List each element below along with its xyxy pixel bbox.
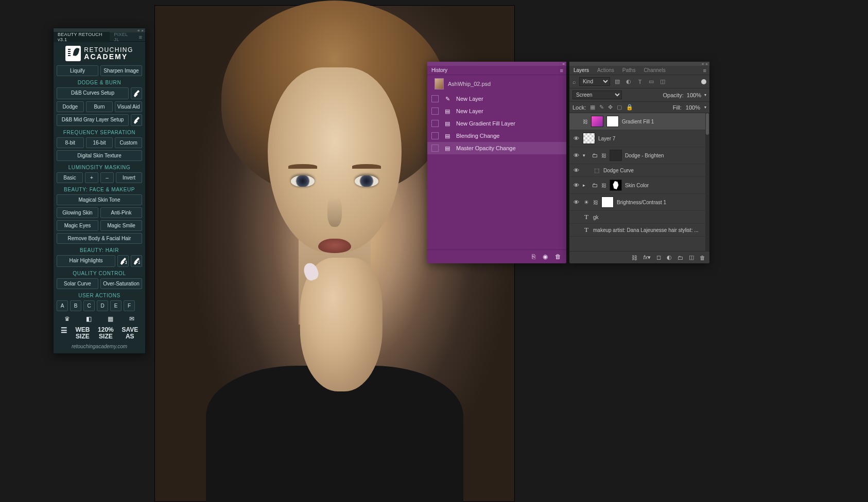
16bit-button[interactable]: 16-bit (86, 137, 113, 148)
user-action-f[interactable]: F (124, 300, 135, 311)
new-layer-icon[interactable]: ◫ (689, 254, 694, 261)
brush2-icon-button[interactable]: 2 (131, 255, 142, 267)
new-doc-icon[interactable]: ⎘ (532, 253, 535, 260)
collapse-icon[interactable]: « (137, 28, 140, 33)
trash-icon[interactable]: 🗑 (555, 253, 561, 260)
visibility-toggle[interactable]: 👁 (572, 182, 580, 188)
folder-icon[interactable]: 🗀 (678, 255, 683, 261)
brush-icon-button-2[interactable] (131, 114, 142, 126)
chevron-down-icon[interactable]: ▾ (704, 105, 706, 110)
history-snapshot-slot[interactable] (431, 132, 439, 139)
levels-icon[interactable]: ◧ (86, 315, 92, 322)
lock-transparency-icon[interactable]: ▦ (590, 104, 595, 111)
plus-button[interactable]: + (85, 172, 98, 183)
fx-icon[interactable]: fx▾ (643, 254, 651, 261)
tab-channels[interactable]: Channels (639, 67, 669, 73)
user-action-e[interactable]: E (110, 300, 121, 311)
panel-menu-icon[interactable]: ≡ (700, 67, 709, 74)
trash-icon[interactable]: 🗑 (700, 255, 705, 261)
lock-artboard-icon[interactable]: ▢ (617, 104, 622, 111)
link-icon[interactable]: ⛓ (601, 183, 606, 188)
tab-paths[interactable]: Paths (618, 67, 640, 73)
history-snapshot-slot[interactable] (431, 95, 439, 102)
user-action-c[interactable]: C (83, 300, 95, 311)
magic-eyes-button[interactable]: Magic Eyes (57, 220, 98, 231)
hair-highlights-button[interactable]: Hair Highlights (57, 255, 115, 267)
burn-button[interactable]: Burn (86, 101, 113, 112)
layer-row[interactable]: 👁Layer 7 (569, 130, 709, 147)
visibility-toggle[interactable]: 👁 (572, 135, 580, 141)
brush-icon-button[interactable] (131, 87, 142, 99)
camera-icon[interactable]: ◉ (543, 253, 548, 260)
8bit-button[interactable]: 8-bit (57, 137, 84, 148)
sharpen-image-button[interactable]: Sharpen Image (100, 65, 142, 76)
layer-thumbnail[interactable] (610, 150, 622, 161)
link-icon[interactable]: ⛓ (583, 119, 588, 124)
magic-smile-button[interactable]: Magic Smile (100, 220, 142, 231)
layers-icon[interactable]: ☰ (61, 327, 67, 339)
filter-adjustment-icon[interactable]: ◐ (624, 78, 633, 86)
glowing-skin-button[interactable]: Glowing Skin (57, 207, 98, 218)
layer-row[interactable]: Tgk (569, 211, 709, 224)
120-size-button[interactable]: 120% SIZE (98, 327, 114, 339)
lock-all-icon[interactable]: 🔒 (626, 104, 633, 111)
filter-toggle[interactable] (701, 79, 706, 84)
fill-value[interactable]: 100% (686, 104, 700, 111)
liquify-button[interactable]: Liquify (57, 65, 98, 76)
mask-icon[interactable]: ◻ (656, 254, 661, 261)
layer-row[interactable]: ⛓Gradient Fill 1 (569, 113, 709, 130)
layer-name[interactable]: Layer 7 (598, 136, 706, 141)
link-icon[interactable]: ⛓ (601, 153, 606, 158)
anti-pink-button[interactable]: Anti-Pink (100, 207, 142, 218)
history-item[interactable]: ▤New Gradient Fill Layer (427, 117, 566, 130)
layer-name[interactable]: Brightness/Contrast 1 (617, 200, 706, 205)
opacity-value[interactable]: 100% (687, 92, 701, 98)
layer-row[interactable]: 👁▸🗀⛓Skin Color (569, 177, 709, 194)
tab-layers[interactable]: Layers (569, 67, 593, 73)
filter-type-icon[interactable]: T (636, 78, 644, 86)
filter-shape-icon[interactable]: ▭ (647, 78, 655, 86)
layer-name[interactable]: Dodge - Brighten (625, 153, 706, 158)
filter-pixel-icon[interactable]: ▧ (613, 78, 621, 86)
layer-thumbnail[interactable] (583, 133, 595, 144)
tab-beauty-retouch[interactable]: BEAUTY RETOUCH v3.1 (54, 32, 110, 42)
envelope-icon[interactable]: ✉ (129, 315, 134, 322)
layer-row[interactable]: 👁▾🗀⛓Dodge - Brighten (569, 147, 709, 164)
custom-button[interactable]: Custom (115, 137, 142, 148)
web-size-button[interactable]: WEB SIZE (75, 327, 90, 339)
user-action-a[interactable]: A (57, 300, 68, 311)
contact-sheet-icon[interactable]: ▦ (108, 315, 113, 322)
tab-history[interactable]: History (427, 67, 452, 73)
visibility-toggle[interactable]: 👁 (572, 167, 580, 173)
link-icon[interactable]: ⛓ (632, 255, 637, 261)
layer-thumbnail[interactable] (601, 196, 614, 208)
layer-row[interactable]: 👁☀⛓Brightness/Contrast 1 (569, 194, 709, 211)
adjustment-icon[interactable]: ◐ (667, 254, 672, 261)
user-action-d[interactable]: D (97, 300, 108, 311)
basic-button[interactable]: Basic (57, 172, 83, 183)
history-document-row[interactable]: AshWhip_02.psd (427, 75, 566, 93)
user-action-b[interactable]: B (70, 300, 81, 311)
visibility-toggle[interactable]: 👁 (572, 152, 580, 158)
filter-kind-select[interactable]: Kind (579, 77, 610, 86)
panel-menu-icon[interactable]: ≡ (136, 34, 145, 40)
blend-mode-select[interactable]: Screen (572, 91, 622, 99)
save-as-button[interactable]: SAVE AS (121, 327, 138, 339)
disclosure-arrow[interactable]: ▾ (583, 153, 588, 158)
dodge-button[interactable]: Dodge (57, 101, 84, 112)
link-icon[interactable]: ⛓ (593, 200, 598, 205)
visual-aid-button[interactable]: Visual Aid (115, 101, 142, 112)
history-snapshot-slot[interactable] (431, 107, 439, 115)
minus-button[interactable]: – (100, 172, 114, 183)
filter-smart-icon[interactable]: ◫ (658, 78, 667, 86)
scrollbar[interactable] (705, 113, 709, 251)
layer-name[interactable]: Gradient Fill 1 (622, 119, 706, 124)
layer-row[interactable]: Tmakeup artist: Dana Lajeunesse hair sty… (569, 224, 709, 237)
brush1-icon-button[interactable]: 1 (117, 255, 129, 267)
digital-skin-texture-button[interactable]: Digital Skin Texture (57, 150, 142, 161)
disclosure-arrow[interactable]: ▸ (583, 183, 588, 188)
db-curves-setup-button[interactable]: D&B Curves Setup (57, 87, 129, 99)
layer-row[interactable]: 👁⬚Dodge Curve (569, 164, 709, 177)
search-icon[interactable]: ⌕ (572, 79, 576, 85)
layer-name[interactable]: gk (593, 214, 706, 220)
